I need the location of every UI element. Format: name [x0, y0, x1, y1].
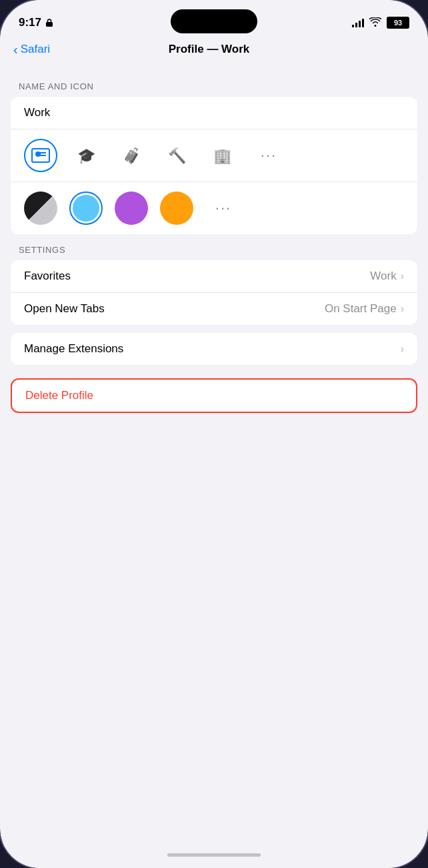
color-more[interactable]: ··· — [205, 191, 239, 225]
color-blue[interactable] — [69, 191, 103, 225]
icon-more[interactable]: ··· — [251, 139, 284, 172]
icon-tools[interactable] — [160, 139, 193, 172]
color-row: ··· — [11, 181, 417, 234]
back-button[interactable]: ‹ Safari — [13, 43, 50, 56]
blue-color-swatch — [73, 195, 99, 222]
dynamic-island — [171, 9, 257, 33]
open-new-tabs-value: On Start Page — [325, 302, 397, 316]
delete-profile-row[interactable]: Delete Profile — [12, 380, 416, 412]
home-indicator — [0, 841, 428, 868]
delete-profile-label: Delete Profile — [25, 389, 93, 402]
favorites-value: Work — [370, 270, 396, 283]
profile-name-field[interactable]: Work — [11, 97, 417, 129]
favorites-chevron-icon: › — [401, 270, 404, 282]
nav-bar: ‹ Safari Profile — Work — [0, 37, 428, 64]
favorites-label: Favorites — [24, 270, 370, 283]
content-area: NAME AND ICON Work — [0, 64, 428, 841]
icon-row: ··· — [11, 129, 417, 181]
phone-frame: 9:17 9 — [0, 0, 428, 868]
purple-color-swatch — [115, 191, 148, 225]
battery-label: 93 — [394, 19, 402, 27]
delete-profile-card: Delete Profile — [11, 378, 417, 413]
tools-icon — [168, 146, 186, 165]
status-time: 9:17 — [19, 16, 54, 29]
open-new-tabs-row[interactable]: Open New Tabs On Start Page › — [11, 292, 417, 325]
manage-extensions-chevron-icon: › — [401, 343, 404, 355]
svg-rect-0 — [46, 22, 53, 27]
manage-extensions-row[interactable]: Manage Extensions › — [11, 333, 417, 365]
icon-briefcase[interactable] — [115, 139, 148, 172]
back-chevron-icon: ‹ — [13, 43, 18, 56]
lock-icon — [45, 18, 54, 27]
battery-indicator: 93 — [387, 17, 409, 29]
profile-name-value: Work — [24, 106, 50, 119]
color-more-dots: ··· — [215, 199, 231, 217]
color-orange[interactable] — [160, 191, 193, 225]
graduation-icon — [77, 146, 95, 165]
status-right: 93 — [352, 17, 409, 29]
name-icon-section-header: NAME AND ICON — [0, 81, 428, 97]
icon-graduation[interactable] — [69, 139, 103, 172]
manage-extensions-label: Manage Extensions — [24, 342, 401, 356]
building-icon — [213, 146, 231, 165]
back-label: Safari — [21, 43, 50, 56]
orange-color-swatch — [160, 191, 193, 225]
favorites-row[interactable]: Favorites Work › — [11, 260, 417, 292]
dark-color-swatch — [24, 191, 57, 225]
screen: 9:17 9 — [0, 0, 428, 868]
icon-building[interactable] — [205, 139, 239, 172]
home-bar — [167, 853, 261, 857]
icon-more-dots: ··· — [261, 147, 277, 164]
signal-bars — [352, 18, 364, 27]
settings-card: Favorites Work › Open New Tabs On Start … — [11, 260, 417, 325]
open-new-tabs-label: Open New Tabs — [24, 302, 325, 316]
color-dark[interactable] — [24, 191, 57, 225]
name-icon-card: Work — [11, 97, 417, 234]
manage-extensions-card: Manage Extensions › — [11, 333, 417, 365]
id-card-icon — [31, 148, 50, 163]
time-label: 9:17 — [19, 16, 41, 29]
wifi-icon — [369, 17, 381, 29]
icon-id-card[interactable] — [24, 139, 57, 172]
briefcase-icon — [123, 146, 141, 165]
color-purple[interactable] — [115, 191, 148, 225]
nav-title: Profile — Work — [50, 43, 368, 56]
settings-section-header: SETTINGS — [0, 245, 428, 260]
open-new-tabs-chevron-icon: › — [401, 303, 404, 315]
